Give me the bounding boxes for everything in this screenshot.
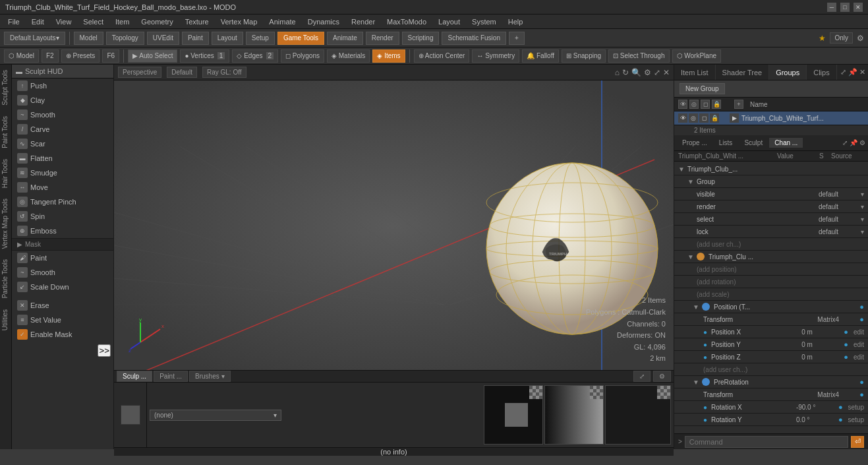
expand-sidebar-button[interactable]: >> [98, 344, 111, 357]
tab-model[interactable]: Model [74, 32, 103, 45]
tree-row-add-scale[interactable]: (add scale) [674, 288, 868, 301]
rotX-setup[interactable]: setup [848, 404, 864, 411]
tree-row-position-t[interactable]: ▼ Position (T... ● [674, 301, 868, 313]
texture-thumb-2[interactable] [544, 385, 604, 445]
tab-sculpt[interactable]: Sculpt [739, 138, 768, 148]
menu-animate[interactable]: Animate [264, 16, 301, 27]
expand-prerotation[interactable]: ▼ [693, 379, 699, 386]
tool-enable-mask[interactable]: ✓ Enable Mask [12, 327, 113, 342]
render-dropdown-icon[interactable]: ▾ [861, 203, 864, 210]
tool-tangent-pinch[interactable]: ◎ Tangent Pinch [12, 195, 113, 209]
sidebar-tab-hair-tools[interactable]: Hair Tools [0, 154, 11, 193]
model-mode-button[interactable]: ⬡ Model [4, 49, 39, 63]
tree-row-lock[interactable]: lock default ▾ [674, 226, 868, 238]
menu-view[interactable]: View [51, 16, 77, 27]
tree-row-add-user-ch2[interactable]: (add user ch...) [674, 363, 868, 376]
select-dropdown-icon[interactable]: ▾ [861, 216, 864, 223]
tree-row-triumph-sub[interactable]: ▼ Triumph_Clu ... [674, 251, 868, 263]
settings-bottom-button[interactable]: ⚙ [653, 371, 671, 382]
row-expand-icon[interactable]: ▶ [730, 113, 739, 123]
sidebar-tab-vertex-map-tools[interactable]: Vertex Map Tools [0, 193, 11, 255]
presets-button[interactable]: ⊕ Presets [61, 49, 100, 63]
lock-dropdown-icon[interactable]: ▾ [861, 228, 864, 235]
menu-maxtomodo[interactable]: MaxToModo [382, 16, 432, 27]
tree-row-render[interactable]: render default ▾ [674, 201, 868, 213]
tab-schematic[interactable]: Schematic Fusion [442, 32, 506, 45]
tree-row-posY[interactable]: ● Position Y 0 m ● edit [674, 338, 868, 351]
tree-row-add-pos[interactable]: (add position) [674, 263, 868, 276]
workplane-button[interactable]: ⬡ WorkPlane [672, 49, 722, 63]
viewport-expand-icon[interactable]: ⤢ [654, 68, 660, 77]
tree-row-select[interactable]: select default ▾ [674, 213, 868, 226]
tab-shader-tree[interactable]: Shader Tree [716, 65, 770, 80]
polygons-button[interactable]: ◻ Polygons [281, 49, 324, 63]
only-button[interactable]: Only [830, 32, 853, 44]
menu-help[interactable]: Help [503, 16, 529, 27]
row-render-icon[interactable]: ◎ [689, 113, 698, 123]
action-center-button[interactable]: ⊕ Action Center [414, 49, 470, 63]
group-row-triumph[interactable]: 👁 ◎ ◻ 🔒 ▶ Triumph_Club_White_Turf... [674, 111, 868, 125]
menu-select[interactable]: Select [78, 16, 109, 27]
sidebar-tab-utilities[interactable]: Utilities [0, 304, 11, 336]
menu-system[interactable]: System [467, 16, 502, 27]
expand-position-t[interactable]: ▼ [693, 303, 699, 311]
tool-move[interactable]: ↔ Move [12, 180, 113, 195]
tab-render[interactable]: Render [366, 32, 399, 45]
expand-bottom-button[interactable]: ⤢ [633, 371, 651, 382]
command-input[interactable] [685, 436, 848, 448]
texture-thumb-1[interactable] [484, 385, 543, 445]
right-panel-expand-icon[interactable]: ⤢ [840, 68, 846, 77]
tree-row-visible[interactable]: visible default ▾ [674, 188, 868, 201]
default-view-button[interactable]: Default [167, 67, 197, 78]
menu-item[interactable]: Item [110, 16, 134, 27]
menu-render[interactable]: Render [346, 16, 380, 27]
3d-viewport[interactable]: TRIUMPH 2 Items Polygons : Catmull-Clark… [114, 80, 674, 370]
new-group-button[interactable]: New Group [680, 83, 725, 94]
sidebar-tab-paint-tools[interactable]: Paint Tools [0, 111, 11, 154]
tab-animate[interactable]: Animate [327, 32, 363, 45]
posX-edit[interactable]: edit [854, 328, 864, 336]
tree-row-transform[interactable]: Transform Matrix4 ● [674, 313, 868, 326]
row-visibility-icon[interactable]: 👁 [678, 113, 687, 123]
expand-triumph-sub[interactable]: ▼ [687, 253, 694, 261]
menu-texture[interactable]: Texture [180, 16, 214, 27]
posZ-edit[interactable]: edit [854, 354, 864, 361]
tree-row-rotX[interactable]: ● Rotation X -90.0 ° ● setup [674, 401, 868, 414]
symmetry-button[interactable]: ↔ Symmetry [472, 49, 519, 63]
right-panel-pin-icon[interactable]: 📌 [848, 68, 857, 77]
default-layouts-dropdown[interactable]: Default Layouts ▾ [4, 32, 65, 45]
visible-dropdown-icon[interactable]: ▾ [861, 191, 864, 198]
sidebar-tab-sculpt-tools[interactable]: Sculpt Tools [0, 65, 11, 111]
paint-tab[interactable]: Paint ... [154, 371, 188, 382]
menu-layout[interactable]: Layout [433, 16, 465, 27]
tool-scale-down[interactable]: ↙ Scale Down [12, 280, 113, 294]
close-button[interactable]: ✕ [854, 3, 863, 12]
tool-smooth[interactable]: ~ Smooth [12, 108, 113, 122]
perspective-button[interactable]: Perspective [118, 67, 161, 78]
materials-button[interactable]: ◈ Materials [327, 49, 370, 63]
falloff-button[interactable]: 🔔 Falloff [522, 49, 559, 63]
sidebar-tab-particle-tools[interactable]: Particle Tools [0, 254, 11, 303]
tool-clay[interactable]: ◆ Clay [12, 93, 113, 108]
tool-push[interactable]: ↑ Push [12, 78, 113, 93]
f6-button[interactable]: F6 [102, 49, 119, 63]
render-icon[interactable]: ◎ [689, 100, 699, 109]
vertices-button[interactable]: ● Vertices 1 [180, 49, 229, 63]
expand-group[interactable]: ▼ [687, 178, 694, 185]
gear-icon[interactable]: ⚙ [857, 34, 864, 43]
viewport-rotate-icon[interactable]: ↻ [622, 68, 629, 77]
edges-button[interactable]: ◇ Edges 2 [232, 49, 278, 63]
right-panel-close-icon[interactable]: ✕ [859, 68, 865, 77]
viewport-close-icon[interactable]: ✕ [663, 68, 670, 77]
select-icon[interactable]: ◻ [701, 100, 710, 109]
tool-erase[interactable]: ✕ Erase [12, 298, 113, 313]
lock-icon[interactable]: 🔒 [712, 100, 721, 109]
viewport-home-icon[interactable]: ⌂ [615, 68, 620, 77]
tab-groups[interactable]: Groups [769, 65, 807, 80]
tree-row-posX[interactable]: ● Position X 0 m ● edit [674, 326, 868, 338]
menu-edit[interactable]: Edit [26, 16, 49, 27]
color-swatch[interactable] [121, 405, 140, 425]
maximize-button[interactable]: □ [840, 3, 850, 12]
channels-expand-icon[interactable]: ⤢ [842, 139, 848, 146]
channels-pin-icon[interactable]: 📌 [850, 139, 857, 146]
